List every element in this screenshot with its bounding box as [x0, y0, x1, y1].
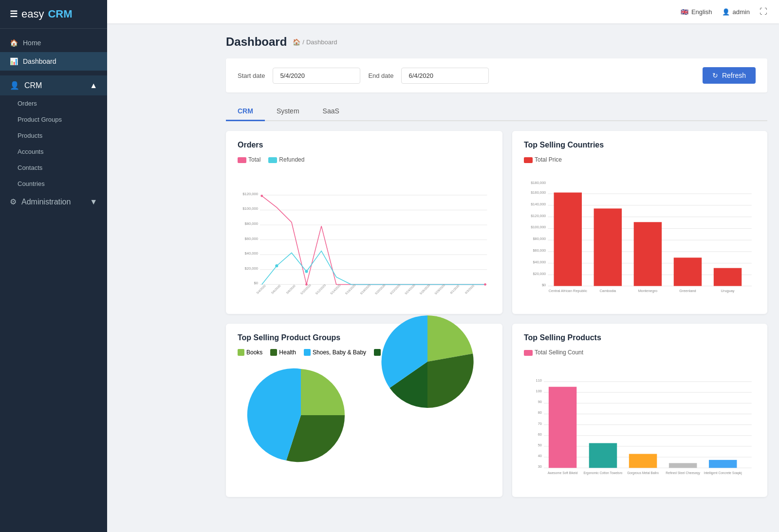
countries-legend: Total Price: [524, 156, 756, 163]
tab-crm[interactable]: CRM: [226, 102, 265, 121]
svg-text:$160,000: $160,000: [531, 190, 546, 195]
countries-card: Top Selling Countries Total Price $0 $20…: [512, 131, 767, 314]
flag-icon: 🇬🇧: [681, 8, 688, 16]
svg-text:Awesome Soft Bikeid: Awesome Soft Bikeid: [548, 471, 578, 475]
bar-gorgeous: [629, 454, 657, 468]
page-header: Dashboard 🏠 / Dashboard: [226, 35, 767, 49]
top-navigation: 🇬🇧 English 👤 admin ⛶: [107, 0, 779, 23]
orders-card: Orders Total Refunded $0 $20,000 $40,000…: [226, 131, 502, 314]
dashboard-grid: Orders Total Refunded $0 $20,000 $40,000…: [226, 131, 767, 497]
app-logo: ☰ easyCRM: [0, 0, 107, 29]
svg-text:5/14/2020: 5/14/2020: [330, 283, 342, 295]
user-icon: 👤: [722, 8, 730, 16]
svg-text:5/12/2020: 5/12/2020: [315, 283, 327, 295]
sidebar-item-countries[interactable]: Countries: [0, 176, 107, 192]
svg-text:$180,000: $180,000: [531, 181, 546, 185]
svg-text:Refined Steel Cheeseqy: Refined Steel Cheeseqy: [666, 471, 700, 475]
products-chart-title: Top Selling Products: [524, 333, 756, 342]
svg-text:60: 60: [538, 432, 542, 437]
svg-text:$140,000: $140,000: [531, 202, 546, 206]
svg-text:Uruguay: Uruguay: [721, 289, 735, 293]
sidebar: ☰ easyCRM 🏠 Home 📊 Dashboard 👤 CRM ▲ Ord…: [0, 0, 107, 532]
start-date-input[interactable]: [273, 68, 360, 84]
orders-chart-title: Orders: [238, 141, 491, 149]
language-label: English: [691, 8, 712, 16]
dashboard-icon: 📊: [10, 57, 18, 65]
refunded-legend-label: Refunded: [279, 156, 304, 163]
bar-awesome: [549, 387, 576, 468]
health-dot: [270, 349, 277, 356]
svg-text:40: 40: [538, 454, 542, 458]
refunded-legend-dot: [268, 157, 277, 163]
user-menu[interactable]: 👤 admin: [722, 8, 750, 16]
accounts-label: Accounts: [18, 148, 43, 155]
sidebar-item-orders[interactable]: Orders: [0, 95, 107, 111]
sidebar-item-crm[interactable]: 👤 CRM ▲: [0, 75, 107, 95]
books-label: Books: [246, 349, 262, 356]
breadcrumb: 🏠 / Dashboard: [293, 38, 337, 46]
svg-text:$100,000: $100,000: [531, 225, 546, 229]
pie-health: [427, 354, 474, 408]
svg-text:30: 30: [538, 464, 542, 469]
dashboard-tabs: CRM System SaaS: [226, 102, 767, 121]
sidebar-item-contacts[interactable]: Contacts: [0, 160, 107, 176]
total-price-legend-dot: [524, 157, 533, 163]
pie-slice-books: [301, 369, 345, 415]
bar-central-african: [554, 193, 582, 286]
breadcrumb-home-icon: 🏠: [293, 38, 300, 46]
sidebar-item-home[interactable]: 🏠 Home: [0, 34, 107, 52]
bar-montenegro: [634, 222, 662, 286]
refresh-button[interactable]: ↻ Refresh: [703, 67, 756, 84]
sidebar-item-product-groups[interactable]: Product Groups: [0, 111, 107, 128]
sidebar-item-products[interactable]: Products: [0, 128, 107, 144]
pie-legend-books: Books: [238, 349, 262, 356]
sidebar-item-dashboard[interactable]: 📊 Dashboard: [0, 52, 107, 71]
pie-chart-container: [238, 362, 491, 469]
refresh-label: Refresh: [722, 72, 746, 79]
svg-text:Gorgeous Metal Ballrx: Gorgeous Metal Ballrx: [627, 471, 659, 475]
countries-chart-container: $0 $20,000 $40,000 $60,000 $80,000 $100,…: [524, 168, 756, 304]
total-legend-label: Total: [248, 156, 260, 163]
shoes-label: Shoes, Baby & Baby: [313, 349, 366, 356]
sidebar-home-label: Home: [23, 39, 41, 47]
svg-text:$80,000: $80,000: [244, 221, 258, 226]
svg-text:80: 80: [538, 410, 542, 415]
admin-label: Administration: [21, 198, 71, 206]
selling-count-dot: [524, 350, 533, 356]
svg-text:5/6/2020: 5/6/2020: [271, 284, 281, 294]
tab-saas[interactable]: SaaS: [311, 102, 351, 121]
end-date-input[interactable]: [401, 68, 489, 84]
svg-text:$60,000: $60,000: [244, 237, 258, 241]
logo-easy: easy: [21, 8, 44, 20]
svg-text:100: 100: [536, 389, 542, 393]
orders-chart-container: $0 $20,000 $40,000 $60,000 $80,000 $100,…: [238, 168, 491, 304]
contacts-label: Contacts: [18, 164, 42, 171]
refresh-icon: ↻: [712, 72, 718, 79]
svg-text:110: 110: [536, 378, 542, 383]
svg-text:Intelligent Concrete Soapkj: Intelligent Concrete Soapkj: [704, 471, 742, 475]
bar-intelligent: [709, 460, 737, 468]
bar-refined: [669, 463, 697, 468]
tab-system[interactable]: System: [265, 102, 311, 121]
main-content: Dashboard 🏠 / Dashboard Start date End d…: [214, 23, 779, 532]
svg-text:Greenland: Greenland: [679, 289, 696, 293]
svg-text:Montenegro: Montenegro: [638, 289, 657, 293]
language-selector[interactable]: 🇬🇧 English: [681, 8, 712, 16]
svg-point-16: [484, 283, 486, 286]
breadcrumb-current: Dashboard: [306, 38, 337, 46]
svg-text:5/8/2020: 5/8/2020: [285, 284, 296, 294]
breadcrumb-sep: /: [302, 38, 304, 46]
fullscreen-button[interactable]: ⛶: [760, 7, 767, 16]
svg-point-14: [260, 195, 263, 197]
countries-label: Countries: [18, 180, 45, 187]
sidebar-item-accounts[interactable]: Accounts: [0, 144, 107, 160]
svg-text:$120,000: $120,000: [531, 214, 546, 218]
svg-text:5/22/2020: 5/22/2020: [389, 283, 401, 295]
svg-text:5/18/2020: 5/18/2020: [359, 283, 371, 295]
sidebar-item-administration[interactable]: ⚙ Administration ▼: [0, 192, 107, 212]
bar-ergonomic: [589, 443, 617, 468]
health-label: Health: [279, 349, 296, 356]
product-groups-label: Product Groups: [18, 116, 62, 123]
sidebar-dashboard-label: Dashboard: [23, 57, 56, 65]
products-label: Products: [18, 132, 42, 139]
